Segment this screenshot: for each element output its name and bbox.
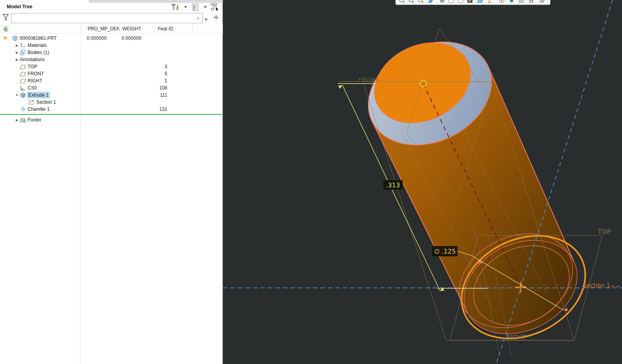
clear-search-icon[interactable]: × (194, 15, 202, 21)
tree-row-label[interactable]: Chamfer 1 (28, 106, 50, 112)
section-label[interactable]: Section 1 (583, 282, 610, 289)
feat-id-value: 5 (152, 71, 167, 77)
filter-row: × (0, 13, 223, 24)
part-icon (12, 35, 19, 41)
tree-row-label[interactable]: CS0 (28, 85, 37, 91)
search-box: × (11, 13, 203, 23)
column-header-weight[interactable]: WEIGHT (122, 26, 141, 32)
tree-row-label-selected[interactable]: Extrude 1 (28, 92, 49, 98)
tree-row-right-plane[interactable]: RIGHT 1 (0, 77, 223, 84)
axis-endpoint-marker[interactable] (420, 81, 426, 87)
insert-indicator-line[interactable] (0, 114, 223, 115)
column-header-pro-mp-dens[interactable]: PRO_MP_DENS (88, 26, 119, 32)
header-separator (192, 25, 192, 33)
materials-icon (20, 43, 26, 49)
tree-row-label[interactable]: Materials (28, 43, 47, 48)
feat-id-value: 3 (152, 64, 167, 69)
header-separator (81, 25, 81, 33)
tools-dropdown-caret-icon[interactable] (183, 3, 188, 11)
tree-row-label[interactable]: FRONT (28, 71, 44, 77)
front-datum-label[interactable]: FRONT (358, 77, 379, 83)
feat-id-value: 108 (152, 85, 167, 91)
top-datum-label[interactable]: TOP (598, 228, 611, 235)
csys-icon (20, 85, 26, 91)
header-separator (120, 25, 120, 33)
feat-id-value: 111 (152, 92, 167, 98)
filter-funnel-icon[interactable] (2, 14, 9, 23)
tree-row-label[interactable]: Annotations (20, 57, 45, 62)
panel-title: Model Tree (7, 4, 32, 9)
tree-row-label[interactable]: Section 1 (36, 99, 56, 105)
tree-row-front-plane[interactable]: FRONT 5 (0, 70, 223, 77)
model-tree-search-input[interactable] (11, 14, 194, 22)
tree-row-label[interactable]: TOP (28, 64, 37, 69)
regenerate-asterisk-icon (3, 35, 7, 41)
filters-dropdown-caret-icon[interactable] (203, 3, 207, 11)
model-tree-panel: Model Tree (0, 0, 223, 364)
tree-sync-icon[interactable] (2, 26, 9, 34)
expand-arrow-icon[interactable]: ▶ (14, 58, 20, 62)
tree-row-cs0[interactable]: CS0 108 (0, 84, 223, 91)
tree-row-chamfer[interactable]: Chamfer 1 131 (0, 106, 223, 113)
length-dimension-value[interactable]: .313 (386, 181, 400, 189)
graphics-viewport[interactable]: .313 ∅ .125 FRONT TOP RIGHT Section 1 (223, 0, 622, 364)
datum-plane-icon (20, 64, 26, 70)
bodies-icon (20, 50, 26, 56)
tree-column-header: PRO_MP_DENS WEIGHT Feat ID (0, 24, 223, 34)
viewport-toolbar[interactable] (396, 0, 550, 5)
tree-row-materials[interactable]: ▶ Materials (0, 42, 223, 49)
chamfer-icon (20, 106, 26, 112)
tree-filters-icon[interactable] (190, 3, 200, 11)
tree-row-label[interactable]: Footer (28, 117, 41, 123)
feat-id-value: 1 (152, 78, 167, 84)
tree-columns-icon[interactable] (210, 3, 220, 11)
tree-row-bodies[interactable]: ▶ Bodies (1) (0, 49, 223, 56)
search-dropdown-caret-icon[interactable] (204, 15, 208, 22)
expand-arrow-icon[interactable]: ▶ (14, 51, 20, 54)
tree-row-part[interactable]: 0000081861.PRT 0.000000 0.000000 (0, 35, 223, 42)
tree-row-footer[interactable]: ▶ Footer (0, 116, 223, 123)
diameter-dimension-value[interactable]: ∅ .125 (434, 248, 456, 255)
tree-row-section[interactable]: Section 1 (0, 99, 223, 106)
expand-arrow-icon[interactable]: ▶ (14, 44, 20, 47)
tree-row-label[interactable]: RIGHT (28, 78, 42, 84)
tree-row-annotations[interactable]: ▶ Annotations (0, 56, 223, 63)
datum-plane-icon (20, 78, 26, 84)
expand-arrow-icon[interactable]: ▶ (14, 118, 20, 122)
model-tree-toolbar (170, 3, 220, 11)
collapse-arrow-icon[interactable]: ▼ (14, 93, 20, 97)
tools-icon[interactable] (170, 3, 181, 11)
model-tree: 0000081861.PRT 0.000000 0.000000 ▶ Mater… (0, 35, 223, 123)
datum-plane-icon (20, 71, 26, 77)
tree-row-label[interactable]: 0000081861.PRT (20, 35, 57, 41)
window-top-strip (89, 0, 223, 3)
tree-row-extrude[interactable]: ▼ Extrude 1 111 (0, 91, 223, 99)
pro-mp-dens-value: 0.000000 (87, 35, 106, 41)
graphics-canvas[interactable]: .313 ∅ .125 FRONT TOP RIGHT Section 1 (223, 0, 622, 364)
tree-row-top-plane[interactable]: TOP 3 (0, 63, 223, 70)
footer-icon (20, 117, 26, 123)
header-separator (155, 25, 155, 33)
tree-row-label[interactable]: Bodies (1) (28, 50, 49, 55)
column-header-feat-id[interactable]: Feat ID (158, 26, 173, 32)
feat-id-value: 131 (152, 106, 167, 112)
add-filter-icon[interactable] (213, 14, 219, 22)
right-datum-label[interactable]: RIGHT (506, 334, 527, 341)
extrude-icon (20, 92, 26, 98)
weight-value: 0.000000 (121, 35, 141, 41)
sketch-icon (28, 99, 35, 105)
